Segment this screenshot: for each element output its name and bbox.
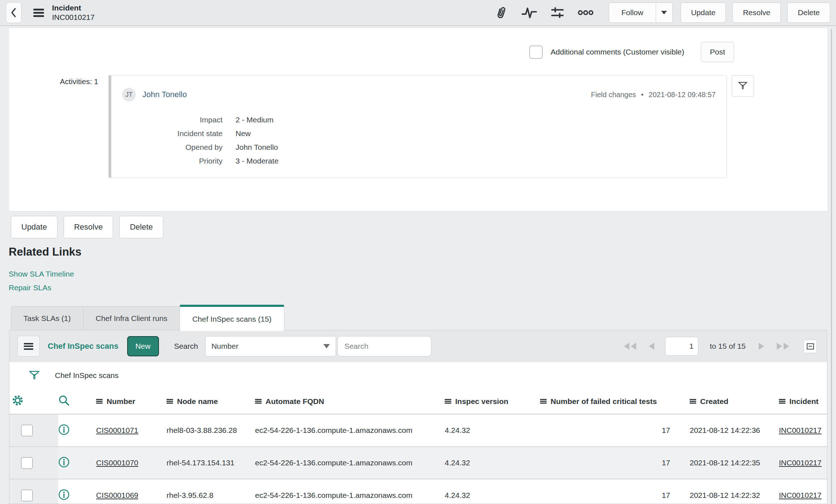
scan-number-link[interactable]: CIS0001070 — [96, 459, 138, 467]
page-number-input[interactable] — [665, 337, 698, 356]
field-change-value: John Tonello — [236, 140, 278, 154]
chevron-left-icon — [9, 7, 18, 18]
activity-timestamp: 2021-08-12 09:48:57 — [648, 91, 716, 99]
tab-chef-inspec-scans[interactable]: Chef InSpec scans (15) — [180, 305, 284, 331]
tab-chef-infra-client-runs[interactable]: Chef Infra Client runs — [83, 306, 180, 330]
column-header-inspec-version[interactable]: Inspec version — [438, 389, 535, 414]
incident-link[interactable]: INC0010217 — [779, 426, 822, 434]
column-header-number[interactable]: Number — [96, 389, 167, 414]
collapse-list-button[interactable] — [803, 340, 817, 353]
table-row: CIS0001070 rhel-54.173.154.131 ec2-54-22… — [9, 447, 827, 479]
related-links-heading: Related Links — [9, 246, 82, 258]
row-checkbox[interactable] — [21, 425, 33, 436]
filter-funnel-icon[interactable] — [28, 369, 40, 382]
incident-link[interactable]: INC0010217 — [779, 459, 822, 467]
field-change-row: Opened by John Tonello — [111, 140, 727, 154]
pagination: to 15 of 15 — [621, 337, 817, 356]
related-links-section: Related Links Show SLA Timeline Repair S… — [9, 246, 82, 295]
search-field-select[interactable]: Number — [205, 336, 336, 356]
scan-number-link[interactable]: CIS0001069 — [96, 491, 138, 499]
record-number: INC0010217 — [52, 13, 95, 22]
list-breadcrumb-row: Chef InSpec scans — [9, 362, 827, 389]
field-change-value: 3 - Moderate — [236, 154, 279, 168]
column-header-created[interactable]: Created — [680, 389, 764, 414]
back-button[interactable] — [6, 2, 22, 23]
activity-entry-card: JT John Tonello Field changes • 2021-08-… — [108, 75, 727, 178]
search-input[interactable] — [337, 336, 431, 356]
column-menu-icon — [445, 399, 451, 404]
inspec-version-cell: 4.24.32 — [438, 447, 535, 479]
form-footer-buttons: Update Resolve Delete — [11, 216, 163, 238]
attachment-icon[interactable] — [493, 5, 509, 21]
follow-button[interactable]: Follow — [609, 3, 656, 22]
follow-split-button: Follow — [609, 3, 673, 23]
failed-critical-tests-cell: 17 — [535, 479, 680, 504]
inspec-version-cell: 4.24.32 — [438, 479, 535, 504]
column-menu-icon — [96, 399, 103, 404]
tab-task-slas[interactable]: Task SLAs (1) — [11, 306, 83, 330]
column-header-node-name[interactable]: Node name — [167, 389, 255, 414]
gear-icon[interactable] — [12, 394, 24, 407]
inspec-version-cell: 4.24.32 — [438, 414, 535, 447]
info-icon[interactable] — [58, 424, 70, 435]
additional-comments-checkbox[interactable] — [529, 45, 543, 59]
scan-number-link[interactable]: CIS0001071 — [96, 426, 138, 434]
field-change-name: Impact — [111, 113, 223, 127]
update-button-header[interactable]: Update — [681, 3, 726, 23]
chevron-down-icon — [661, 11, 667, 14]
scans-table: Number Node name Automate FQDN Inspec ve… — [9, 389, 827, 504]
new-button[interactable]: New — [127, 336, 159, 356]
field-change-name: Priority — [111, 154, 223, 168]
column-header-failed-critical-tests[interactable]: Number of failed critical tests — [535, 389, 680, 414]
context-menu-icon[interactable] — [33, 9, 44, 17]
avatar: JT — [122, 88, 136, 101]
field-changes-list: Impact 2 - Medium Incident state New Ope… — [111, 113, 727, 168]
list-breadcrumb[interactable]: Chef InSpec scans — [55, 371, 118, 380]
scrollbar[interactable] — [831, 29, 832, 504]
activity-filter-button[interactable] — [732, 75, 754, 97]
column-menu-icon — [255, 399, 262, 404]
last-page-button[interactable] — [774, 342, 792, 351]
show-sla-timeline-link[interactable]: Show SLA Timeline — [9, 267, 82, 281]
info-icon[interactable] — [58, 456, 70, 468]
magnifier-icon[interactable] — [58, 395, 70, 406]
field-change-name: Opened by — [111, 140, 223, 154]
next-page-button[interactable] — [756, 342, 767, 351]
additional-comments-row: Additional comments (Customer visible) P… — [529, 42, 734, 62]
incident-link[interactable]: INC0010217 — [779, 491, 822, 499]
field-change-row: Incident state New — [111, 127, 727, 140]
record-type: Incident — [52, 3, 95, 13]
created-cell: 2021-08-12 14:22:35 — [680, 447, 764, 479]
previous-page-button[interactable] — [646, 342, 657, 351]
failed-critical-tests-cell: 17 — [535, 414, 680, 447]
delete-button[interactable]: Delete — [119, 216, 163, 238]
personalize-form-icon[interactable] — [550, 5, 565, 21]
resolve-button[interactable]: Resolve — [64, 216, 113, 238]
more-options-icon[interactable] — [578, 5, 594, 21]
form-header: Incident INC0010217 — [0, 0, 836, 26]
header-actions: Update Resolve Delete — [681, 3, 830, 23]
pagination-range-text: to 15 of 15 — [710, 342, 746, 351]
automate-fqdn-cell: ec2-54-226-1-136.compute-1.amazonaws.com — [255, 414, 438, 447]
row-checkbox[interactable] — [21, 457, 33, 469]
follow-dropdown-button[interactable] — [656, 3, 672, 22]
first-page-button[interactable] — [621, 342, 639, 351]
column-header-automate-fqdn[interactable]: Automate FQDN — [255, 389, 438, 414]
list-menu-button[interactable] — [17, 336, 40, 357]
delete-button-header[interactable]: Delete — [787, 3, 830, 23]
field-change-row: Impact 2 - Medium — [111, 113, 727, 127]
row-checkbox[interactable] — [21, 490, 33, 501]
column-header-incident[interactable]: Incident — [764, 389, 827, 414]
node-name-cell: rhel8-03-3.88.236.28 — [167, 414, 255, 447]
repair-slas-link[interactable]: Repair SLAs — [9, 281, 82, 295]
resolve-button-header[interactable]: Resolve — [732, 3, 781, 23]
activity-author: John Tonello — [142, 90, 187, 99]
post-button[interactable]: Post — [701, 42, 734, 62]
activity-stream-icon[interactable] — [521, 5, 537, 21]
update-button[interactable]: Update — [11, 216, 57, 238]
info-icon[interactable] — [58, 489, 70, 500]
activity-accent-bar — [109, 75, 111, 178]
funnel-icon — [737, 81, 748, 91]
table-header-row: Number Node name Automate FQDN Inspec ve… — [9, 389, 827, 414]
automate-fqdn-cell: ec2-54-226-1-136.compute-1.amazonaws.com — [255, 479, 438, 504]
